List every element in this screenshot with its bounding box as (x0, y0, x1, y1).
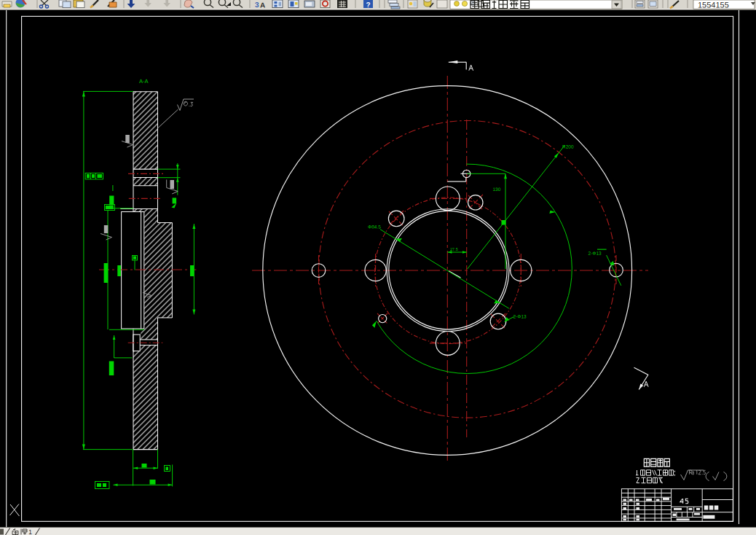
svg-text:2-Φ13: 2-Φ13 (513, 313, 527, 319)
svg-text:130: 130 (492, 187, 500, 192)
svg-text:A-A: A-A (139, 78, 149, 85)
svg-text:3: 3 (255, 1, 259, 9)
svg-text:?: ? (366, 1, 370, 9)
svg-text:1554155: 1554155 (698, 0, 729, 9)
svg-text:1: 1 (28, 528, 32, 535)
svg-text:2-Φ13: 2-Φ13 (588, 251, 602, 256)
svg-text:27.5: 27.5 (450, 247, 458, 251)
svg-text:A: A (260, 1, 265, 9)
svg-text:R200: R200 (562, 144, 574, 149)
svg-text:Φ84.5: Φ84.5 (368, 224, 381, 229)
